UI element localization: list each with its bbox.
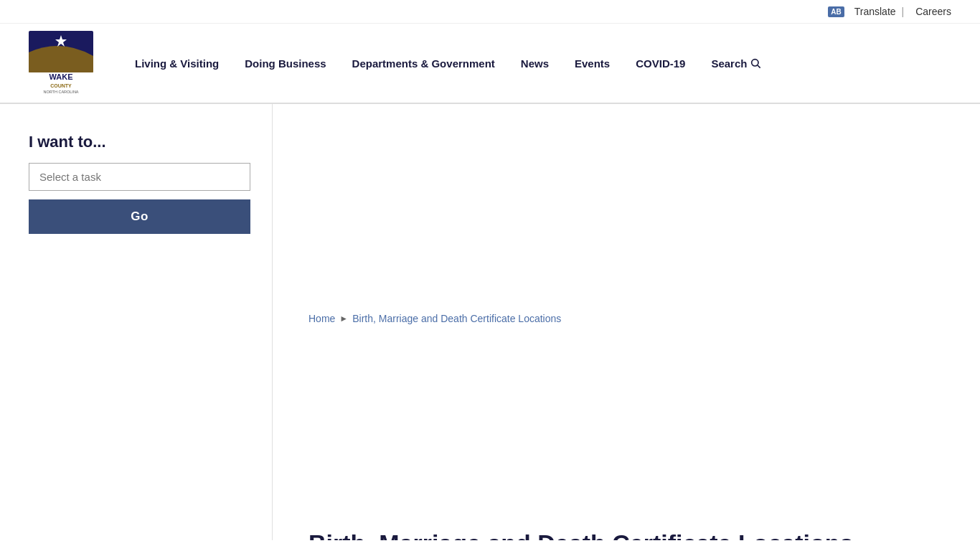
utility-bar: AB Translate | Careers: [0, 0, 980, 24]
svg-point-6: [752, 60, 758, 66]
main-container: I want to... Go Home ► Birth, Marriage a…: [0, 104, 980, 540]
logo-area: WAKE COUNTY NORTH CAROLINA: [29, 24, 93, 103]
search-icon: [750, 57, 761, 69]
nav-item-doing-business[interactable]: Doing Business: [232, 36, 339, 91]
breadcrumb-current: Birth, Marriage and Death Certificate Lo…: [352, 313, 561, 324]
nav-item-covid19[interactable]: COVID-19: [623, 36, 698, 91]
svg-text:NORTH CAROLINA: NORTH CAROLINA: [43, 90, 78, 94]
nav-item-search[interactable]: Search: [698, 36, 774, 91]
careers-link[interactable]: Careers: [915, 6, 951, 17]
breadcrumb-separator: ►: [339, 314, 348, 324]
main-nav: Living & Visiting Doing Business Departm…: [122, 36, 951, 91]
nav-item-departments-government[interactable]: Departments & Government: [339, 36, 508, 91]
translate-link[interactable]: Translate: [854, 6, 896, 17]
go-button[interactable]: Go: [29, 199, 250, 234]
svg-text:WAKE: WAKE: [50, 72, 73, 81]
nav-item-news[interactable]: News: [508, 36, 562, 91]
nav-item-events[interactable]: Events: [562, 36, 623, 91]
page-title: Birth, Marriage and Death Certificate Lo…: [308, 529, 882, 540]
svg-text:COUNTY: COUNTY: [50, 83, 72, 88]
translate-icon: AB: [828, 6, 844, 17]
sidebar: I want to... Go: [0, 104, 273, 540]
header: WAKE COUNTY NORTH CAROLINA Living & Visi…: [0, 24, 980, 104]
sidebar-title: I want to...: [29, 133, 250, 151]
breadcrumb-home[interactable]: Home: [308, 313, 335, 324]
svg-line-7: [758, 65, 760, 68]
wake-county-logo: WAKE COUNTY NORTH CAROLINA: [29, 31, 93, 95]
breadcrumb: Home ► Birth, Marriage and Death Certifi…: [308, 126, 882, 512]
task-select-input[interactable]: [29, 163, 250, 191]
divider: |: [902, 6, 905, 17]
content-area: Home ► Birth, Marriage and Death Certifi…: [273, 104, 918, 540]
nav-item-living-visiting[interactable]: Living & Visiting: [122, 36, 232, 91]
